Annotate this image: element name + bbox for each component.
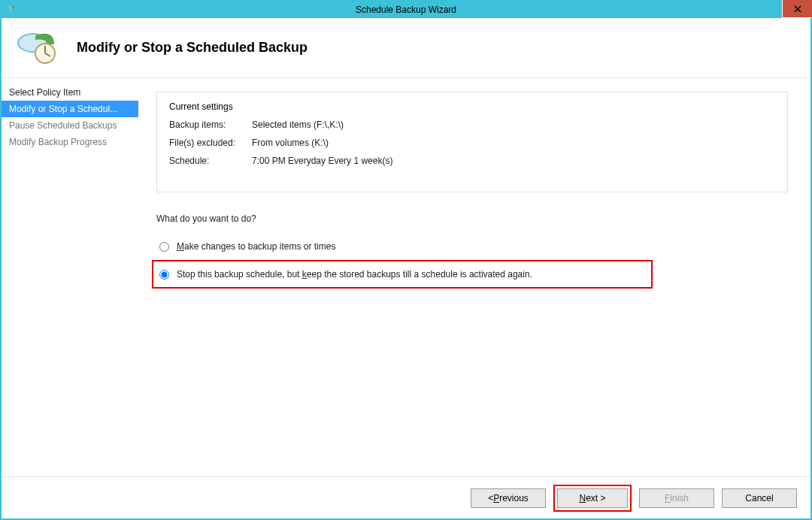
current-settings-group: Current settings Backup items: Selected … (156, 92, 788, 192)
wizard-logo-icon (17, 29, 62, 67)
radio-make-changes-label[interactable]: Make changes to backup items or times (177, 241, 335, 252)
svg-point-1 (12, 6, 15, 9)
settings-label: File(s) excluded: (169, 138, 252, 148)
radio-option-stop-schedule[interactable]: Stop this backup schedule, but keep the … (152, 260, 653, 289)
wizard-content: Current settings Backup items: Selected … (138, 78, 810, 476)
app-icon (5, 4, 17, 16)
sidebar-item-modify-progress[interactable]: Modify Backup Progress (2, 134, 138, 150)
question-label: What do you want to do? (156, 213, 788, 224)
radio-stop-schedule[interactable] (159, 270, 169, 280)
finish-button: Finish (639, 488, 714, 508)
sidebar-item-pause-backups[interactable]: Pause Scheduled Backups (2, 117, 138, 134)
wizard-step-sidebar: Select Policy Item Modify or Stop a Sche… (2, 78, 138, 476)
window-title: Schedule Backup Wizard (2, 2, 810, 18)
wizard-footer: < Previous Next > Finish Cancel (2, 476, 810, 518)
close-button[interactable] (782, 0, 812, 18)
radio-make-changes[interactable] (159, 242, 169, 252)
settings-label: Schedule: (169, 156, 252, 166)
sidebar-item-select-policy[interactable]: Select Policy Item (2, 84, 138, 101)
settings-label: Backup items: (169, 119, 252, 130)
sidebar-item-modify-or-stop[interactable]: Modify or Stop a Schedul... (2, 101, 138, 117)
wizard-header: Modify or Stop a Scheduled Backup (2, 18, 810, 78)
settings-value: Selected items (F:\,K:\) (252, 119, 344, 130)
next-button[interactable]: Next > (557, 488, 628, 508)
wizard-body: Select Policy Item Modify or Stop a Sche… (2, 78, 810, 476)
wizard-window: Schedule Backup Wizard Modify or Stop a … (0, 0, 812, 520)
radio-option-make-changes[interactable]: Make changes to backup items or times (156, 239, 788, 254)
previous-button[interactable]: < Previous (471, 488, 546, 508)
current-settings-legend: Current settings (169, 101, 233, 112)
cancel-button[interactable]: Cancel (722, 488, 797, 508)
settings-value: 7:00 PM Everyday Every 1 week(s) (252, 156, 392, 166)
next-button-highlight: Next > (553, 485, 632, 512)
radio-stop-schedule-label[interactable]: Stop this backup schedule, but keep the … (177, 269, 532, 280)
settings-row-backup-items: Backup items: Selected items (F:\,K:\) (169, 119, 775, 130)
page-title: Modify or Stop a Scheduled Backup (77, 40, 308, 56)
settings-value: From volumes (K:\) (252, 138, 329, 148)
settings-row-schedule: Schedule: 7:00 PM Everyday Every 1 week(… (169, 156, 775, 166)
settings-row-files-excluded: File(s) excluded: From volumes (K:\) (169, 138, 775, 148)
titlebar: Schedule Backup Wizard (2, 2, 810, 18)
